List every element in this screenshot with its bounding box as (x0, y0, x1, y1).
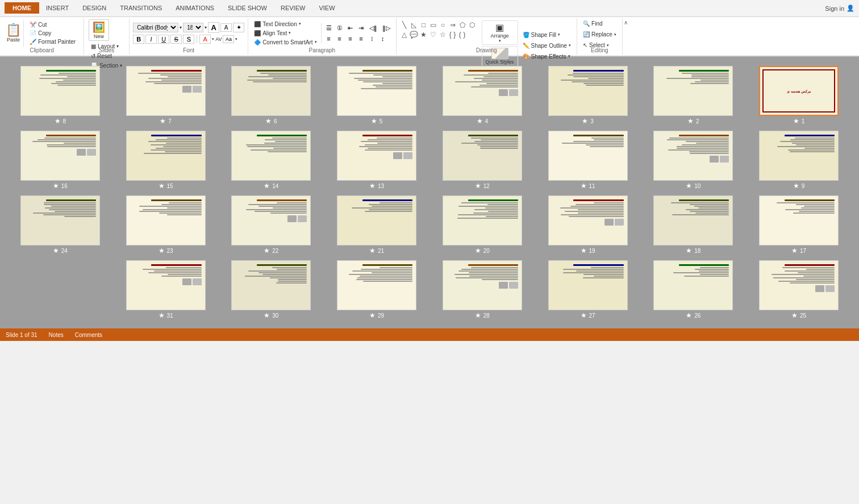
slide-star-5[interactable]: ★ (371, 117, 377, 125)
slide-star-15[interactable]: ★ (159, 182, 165, 190)
slide-star-19[interactable]: ★ (581, 247, 587, 255)
font-size-select[interactable]: 18 (183, 23, 203, 32)
slide-thumb-5[interactable] (337, 66, 416, 116)
slide-thumb-31[interactable] (126, 260, 206, 310)
slide-star-30[interactable]: ★ (264, 311, 270, 319)
slide-thumb-21[interactable] (337, 195, 416, 245)
slide-item-26[interactable]: ★ 26 (643, 260, 745, 319)
brace-shape[interactable]: ( ) (458, 30, 467, 39)
comments-button[interactable]: Comments (75, 332, 102, 338)
slide-item-13[interactable]: ★ 13 (326, 131, 428, 190)
ltr-button[interactable]: ‖▷ (380, 23, 393, 33)
slide-item-27[interactable]: ★ 27 (537, 260, 639, 319)
slide-item-16[interactable]: ★ 16 (9, 131, 111, 190)
slide-star-24[interactable]: ★ (53, 247, 59, 255)
slide-star-14[interactable]: ★ (264, 182, 270, 190)
slide-item-8[interactable]: ★ 8 (9, 66, 111, 125)
slide-item-3[interactable]: ★ 3 (537, 66, 639, 125)
slide-star-2[interactable]: ★ (687, 117, 694, 125)
slide-thumb-29[interactable] (337, 260, 416, 310)
format-painter-button[interactable]: 🖌️ Format Painter (27, 38, 78, 46)
tab-review[interactable]: REVIEW (274, 2, 312, 15)
rect-shape[interactable]: □ (419, 20, 428, 30)
rtl-button[interactable]: ◁‖ (367, 23, 380, 33)
slide-thumb-30[interactable] (231, 260, 311, 310)
slide-thumb-23[interactable] (126, 195, 206, 245)
star-shape[interactable]: ★ (419, 30, 428, 39)
slide-star-13[interactable]: ★ (369, 182, 376, 190)
cut-button[interactable]: ✂️ Cut (27, 20, 78, 29)
font-color-button[interactable]: A (199, 35, 211, 44)
bracket-shape[interactable]: { } (448, 30, 457, 39)
slide-star-29[interactable]: ★ (369, 311, 376, 319)
slide-item-11[interactable]: ★ 11 (537, 131, 639, 190)
slide-item-24[interactable]: ★ 24 (9, 195, 111, 255)
slide-item-2[interactable]: ★ 2 (643, 66, 745, 125)
decrease-font-button[interactable]: A (220, 23, 232, 32)
increase-indent-button[interactable]: ⇥ (356, 23, 366, 33)
slide-thumb-3[interactable] (548, 66, 628, 116)
slide-item-6[interactable]: ★ 6 (220, 66, 323, 125)
slide-star-21[interactable]: ★ (369, 247, 376, 255)
slide-item-10[interactable]: ★ 10 (643, 131, 745, 190)
slide-star-26[interactable]: ★ (686, 311, 692, 319)
tab-insert[interactable]: INSERT (39, 2, 76, 15)
slide-star-3[interactable]: ★ (582, 117, 588, 125)
slide-item-28[interactable]: ★ 28 (431, 260, 533, 319)
hexagon-shape[interactable]: ⬡ (468, 20, 477, 30)
slide-thumb-8[interactable] (20, 66, 100, 116)
slide-thumb-27[interactable] (548, 260, 628, 310)
clear-formatting-button[interactable]: ✦ (233, 23, 244, 32)
slide-item-15[interactable]: ★ 15 (115, 131, 217, 190)
shadow-button[interactable]: S (183, 35, 194, 44)
slide-item-31[interactable]: ★ 31 (115, 260, 217, 319)
slide-star-27[interactable]: ★ (581, 311, 587, 319)
replace-button[interactable]: 🔄 Replace ▾ (581, 30, 619, 39)
slide-item-20[interactable]: ★ 20 (431, 195, 533, 255)
slide-star-17[interactable]: ★ (791, 247, 798, 255)
arrow-shape[interactable]: ⇒ (448, 20, 457, 30)
copy-button[interactable]: 📄 Copy (27, 29, 78, 38)
slide-thumb-6[interactable] (231, 66, 311, 116)
font-family-select[interactable]: Calibri (Body) (133, 23, 178, 32)
slide-item-4[interactable]: ★ 4 (431, 66, 533, 125)
slide-thumb-14[interactable] (231, 131, 311, 181)
slide-thumb-16[interactable] (20, 131, 100, 181)
align-right-button[interactable]: ≡ (345, 34, 356, 43)
oval-shape[interactable]: ○ (439, 20, 448, 30)
slide-star-18[interactable]: ★ (686, 247, 692, 255)
slide-thumb-18[interactable] (653, 195, 733, 245)
arrange-button[interactable]: ▣ Arrange ▾ (482, 20, 518, 45)
slide-item-29[interactable]: ★ 29 (326, 260, 428, 319)
slide-item-25[interactable]: ★ 25 (748, 260, 850, 319)
right-angle-shape[interactable]: ◺ (410, 20, 419, 30)
slide-thumb-26[interactable] (653, 260, 733, 310)
slide-thumb-24[interactable] (20, 195, 100, 245)
slide-thumb-15[interactable] (126, 131, 206, 181)
slide-item-12[interactable]: ★ 12 (431, 131, 533, 190)
slide-item-5[interactable]: ★ 5 (326, 66, 428, 125)
decrease-indent-button[interactable]: ⇤ (345, 23, 356, 33)
slide-item-9[interactable]: ★ 9 (748, 131, 850, 190)
slide-star-8[interactable]: ★ (55, 117, 61, 125)
slide-thumb-9[interactable] (759, 131, 839, 181)
slide-item-18[interactable]: ★ 18 (643, 195, 745, 255)
line-shape[interactable]: ╲ (400, 20, 409, 30)
slide-thumb-17[interactable] (759, 195, 839, 245)
slide-star-12[interactable]: ★ (475, 182, 481, 190)
triangle-shape[interactable]: △ (400, 30, 409, 39)
shape-fill-button[interactable]: 🪣 Shape Fill ▾ (520, 31, 573, 39)
columns-button[interactable]: ⫶ (367, 34, 377, 43)
slide-thumb-2[interactable] (653, 66, 733, 116)
slide-star-9[interactable]: ★ (793, 182, 799, 190)
slide-thumb-4[interactable] (443, 66, 522, 116)
text-direction-button[interactable]: ⬛ Text Direction ▾ (252, 20, 319, 28)
slide-thumb-20[interactable] (443, 195, 522, 245)
slide-item-19[interactable]: ★ 19 (537, 195, 639, 255)
slide-star-28[interactable]: ★ (475, 311, 481, 319)
align-left-button[interactable]: ≡ (324, 34, 334, 43)
slide-star-11[interactable]: ★ (581, 182, 587, 190)
slide-thumb-12[interactable] (443, 131, 522, 181)
slide-item-23[interactable]: ★ 23 (115, 195, 217, 255)
slide-star-10[interactable]: ★ (686, 182, 692, 190)
